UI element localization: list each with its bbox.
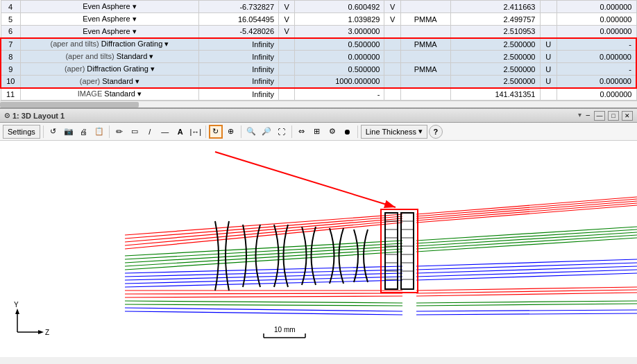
print-button[interactable]: 🖨 (77, 125, 91, 139)
table-cell[interactable]: 2.500000 (450, 51, 540, 63)
table-cell[interactable] (279, 76, 295, 88)
table-cell[interactable]: PMMA (400, 63, 450, 76)
table-cell[interactable]: 0.500000 (295, 38, 384, 51)
table-cell[interactable]: Infinity (199, 51, 279, 63)
refresh-button[interactable]: ↺ (46, 125, 60, 139)
rotate-button[interactable]: ↻ (209, 125, 223, 139)
table-cell[interactable]: (aper) Diffraction Grating ▾ (20, 63, 199, 76)
table-cell[interactable] (384, 63, 400, 76)
table-cell[interactable]: 6 (1, 26, 20, 38)
table-cell[interactable]: Infinity (199, 38, 279, 51)
table-cell[interactable]: 0.000000 (557, 88, 636, 101)
table-cell[interactable] (400, 51, 450, 63)
line-thickness-button[interactable]: Line Thickness ▾ (361, 125, 427, 139)
table-cell[interactable] (384, 38, 400, 51)
table-cell[interactable]: V (384, 1, 400, 13)
table-cell[interactable] (400, 76, 450, 88)
table-cell[interactable]: 0.600492 (295, 1, 384, 13)
table-cell[interactable]: (aper and tilts) Diffraction Grating ▾ (20, 38, 199, 51)
table-cell[interactable]: 8 (1, 51, 20, 63)
table-cell[interactable] (384, 51, 400, 63)
table-cell[interactable] (540, 13, 557, 26)
table-cell[interactable]: V (279, 26, 295, 38)
table-cell[interactable]: Infinity (199, 63, 279, 76)
settings2-button[interactable]: ⚙ (325, 125, 339, 139)
table-cell[interactable]: -6.732827 (199, 1, 279, 13)
table-cell[interactable]: 2.499757 (450, 13, 540, 26)
table-cell[interactable] (400, 1, 450, 13)
table-cell[interactable] (384, 76, 400, 88)
scrollbar-thumb[interactable] (0, 102, 139, 107)
table-cell[interactable]: 2.510953 (450, 26, 540, 38)
table-cell[interactable]: Even Asphere ▾ (20, 26, 199, 38)
table-cell[interactable] (384, 88, 400, 101)
table-cell[interactable]: (aper) Standard ▾ (20, 76, 199, 88)
table-cell[interactable]: 7 (1, 38, 20, 51)
target-button[interactable]: ⊕ (224, 125, 238, 139)
table-cell[interactable]: 2.411663 (450, 1, 540, 13)
table-cell[interactable]: Infinity (199, 88, 279, 101)
zoom-out-button[interactable]: 🔎 (260, 125, 273, 139)
table-cell[interactable]: 0.000000 (557, 26, 636, 38)
table-cell[interactable]: U (540, 76, 557, 88)
line-button[interactable]: / (143, 125, 157, 139)
table-cell[interactable]: 16.054495 (199, 13, 279, 26)
table-cell[interactable]: 0.000000 (557, 76, 636, 88)
table-cell[interactable]: IMAGE Standard ▾ (20, 88, 199, 101)
table-cell[interactable]: - (295, 88, 384, 101)
table-cell[interactable]: 0.000000 (557, 51, 636, 63)
table-cell[interactable] (540, 88, 557, 101)
layout-icon-button[interactable]: ⊞ (310, 125, 324, 139)
layout-canvas[interactable]: 10 mm Y Z (0, 141, 637, 357)
table-cell[interactable]: Infinity (199, 76, 279, 88)
table-cell[interactable]: - (557, 38, 636, 51)
pencil-button[interactable]: ✏ (112, 125, 126, 139)
table-cell[interactable]: Even Asphere ▾ (20, 1, 199, 13)
dimension-button[interactable]: |↔| (189, 125, 203, 139)
table-cell[interactable]: 10 (1, 76, 20, 88)
table-cell[interactable]: U (540, 51, 557, 63)
table-cell[interactable]: V (279, 1, 295, 13)
table-cell[interactable]: 0.000000 (557, 1, 636, 13)
table-cell[interactable]: 1000.000000 (295, 76, 384, 88)
table-cell[interactable] (400, 88, 450, 101)
camera-button[interactable]: 📷 (62, 125, 76, 139)
settings-button[interactable]: Settings (3, 125, 40, 139)
table-cell[interactable]: 2.500000 (450, 38, 540, 51)
table-cell[interactable]: V (384, 13, 400, 26)
table-cell[interactable] (279, 51, 295, 63)
layout-window-down-btn[interactable]: ▾ (578, 111, 581, 121)
table-cell[interactable] (279, 38, 295, 51)
table-cell[interactable]: 9 (1, 63, 20, 76)
horizontal-scrollbar[interactable] (0, 101, 637, 107)
table-cell[interactable] (540, 26, 557, 38)
table-cell[interactable]: 0.500000 (295, 63, 384, 76)
table-cell[interactable] (279, 88, 295, 101)
table-cell[interactable]: U (540, 38, 557, 51)
table-cell[interactable]: 141.431351 (450, 88, 540, 101)
table-cell[interactable]: 2.500000 (450, 76, 540, 88)
table-cell[interactable]: 0.000000 (295, 51, 384, 63)
layout-close-btn[interactable]: ✕ (622, 111, 633, 121)
help-button[interactable]: ? (429, 125, 443, 139)
flip-h-button[interactable]: ⇔ (295, 125, 309, 139)
table-cell[interactable]: V (279, 13, 295, 26)
table-cell[interactable]: Even Asphere ▾ (20, 13, 199, 26)
table-cell[interactable]: PMMA (400, 13, 450, 26)
table-cell[interactable]: 1.039829 (295, 13, 384, 26)
copy-button[interactable]: 📋 (92, 125, 106, 139)
table-cell[interactable] (400, 26, 450, 38)
zoom-fit-button[interactable]: ⛶ (275, 125, 289, 139)
table-cell[interactable]: 5 (1, 13, 20, 26)
table-cell[interactable]: PMMA (400, 38, 450, 51)
table-cell[interactable]: U (540, 63, 557, 76)
table-cell[interactable]: -5.428026 (199, 26, 279, 38)
layout-minimize-btn[interactable]: — (594, 111, 605, 121)
rectangle-button[interactable]: ▭ (128, 125, 142, 139)
table-cell[interactable]: - (557, 63, 636, 76)
table-cell[interactable]: 3.000000 (295, 26, 384, 38)
table-cell[interactable] (384, 26, 400, 38)
table-cell[interactable]: 11 (1, 88, 20, 101)
table-cell[interactable] (540, 1, 557, 13)
table-cell[interactable]: 2.500000 (450, 63, 540, 76)
